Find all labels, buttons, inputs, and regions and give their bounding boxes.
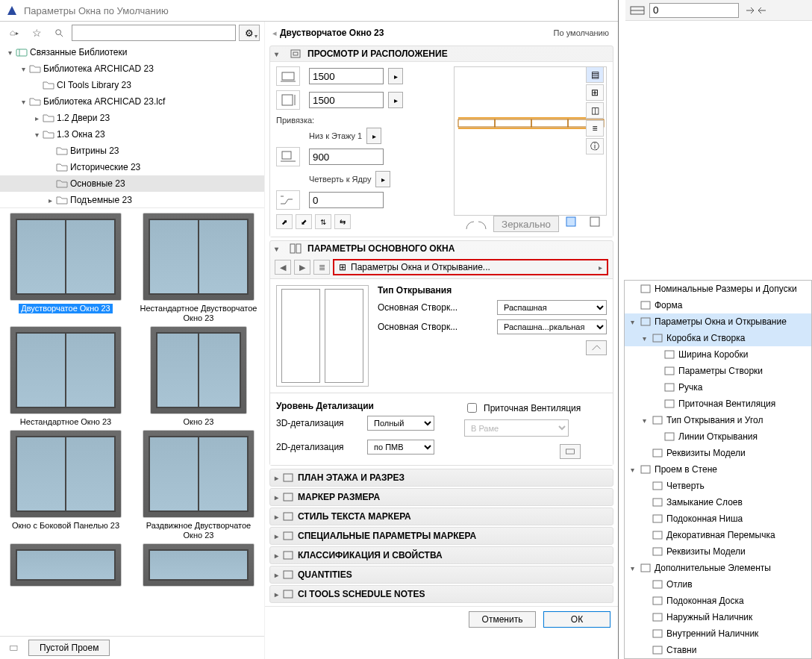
flyout-item[interactable]: ▾ Параметры Окна и Открывание <box>625 313 811 330</box>
thumbnail[interactable] <box>136 543 261 587</box>
flyout-item[interactable]: Линии Открывания <box>625 428 811 445</box>
flyout-item[interactable]: Декоративная Перемычка <box>625 527 811 543</box>
breadcrumb-current[interactable]: ⊞ Параметры Окна и Открывание... ▸ <box>333 259 608 275</box>
flyout-item[interactable]: Четверть <box>625 478 811 494</box>
background-dimension-input[interactable] <box>649 3 739 18</box>
anchor-mode-4[interactable]: ⇆ <box>334 214 351 229</box>
accordion-section[interactable]: ▸ СТИЛЬ ТЕКСТА МАРКЕРА <box>269 507 613 525</box>
reveal-picker[interactable]: ▸ <box>375 171 390 187</box>
reveal-input[interactable] <box>309 192 384 208</box>
flyout-item[interactable]: Приточная Вентиляция <box>625 396 811 412</box>
prop1-select[interactable]: Распашная <box>497 300 607 315</box>
anchor-mode-2[interactable]: ⬋ <box>296 214 312 229</box>
ok-button[interactable]: ОК <box>543 611 610 628</box>
thumbnail[interactable] <box>3 543 128 587</box>
section-header[interactable]: ▾ ПРОСМОТР И РАСПОЛОЖЕНИЕ <box>270 46 613 61</box>
preview-info[interactable]: ⓘ <box>586 138 604 154</box>
flyout-item[interactable]: ▾ Коробка и Створка <box>625 330 811 346</box>
accordion-section[interactable]: ▸ МАРКЕР РАЗМЕРА <box>269 488 613 506</box>
detail-2d-select[interactable]: по ПМВ <box>367 440 434 455</box>
flyout-item[interactable]: Реквизиты Модели <box>625 445 811 461</box>
detail-options-button[interactable] <box>560 444 581 459</box>
view-front-icon[interactable] <box>565 216 583 232</box>
search-input[interactable] <box>72 25 236 41</box>
flyout-item[interactable]: Реквизиты Модели <box>625 543 811 560</box>
flyout-item[interactable]: Ширина Коробки <box>625 346 811 363</box>
collapse-left-icon[interactable]: ◂ <box>269 26 280 40</box>
thumbnail[interactable]: Раздвижное Двустворчатое Окно 23 <box>136 430 261 540</box>
tree-item[interactable]: ▸ Подъемные 23 <box>0 192 264 208</box>
tree-item[interactable]: Исторические 23 <box>0 159 264 175</box>
sill-input[interactable] <box>309 149 384 165</box>
anchor-mode-1[interactable]: ⬈ <box>276 214 293 229</box>
tree-root[interactable]: ▾ Связанные Библиотеки <box>0 44 264 60</box>
mirror-button[interactable]: Зеркально <box>493 216 559 232</box>
breadcrumb-list[interactable]: ≣ <box>313 260 330 275</box>
folder-settings-button[interactable] <box>4 640 24 656</box>
flyout-item[interactable]: Внутренний Наличник <box>625 625 811 642</box>
preview-mode-3d[interactable]: ◫ <box>586 102 604 119</box>
flyout-item[interactable]: Ручка <box>625 379 811 396</box>
accordion-section[interactable]: ▸ ПЛАН ЭТАЖА И РАЗРЕЗ <box>269 469 613 487</box>
thumbnail[interactable]: Нестандартное Двустворчатое Окно 23 <box>136 213 261 323</box>
flyout-item[interactable]: Подоконная Доска <box>625 593 811 609</box>
flyout-item[interactable]: ▾ Тип Открывания и Угол <box>625 412 811 428</box>
library-tree[interactable]: ▾ Связанные Библиотеки ▾ Библиотека ARCH… <box>0 44 264 208</box>
cancel-button[interactable]: Отменить <box>469 611 536 628</box>
vent-checkbox[interactable] <box>467 403 477 413</box>
breadcrumb-forward[interactable]: ▶ <box>294 260 310 275</box>
param-icon <box>652 644 663 656</box>
flip-tool-icon[interactable] <box>743 4 769 16</box>
width-linked-button[interactable]: ▸ <box>388 68 403 84</box>
flyout-item[interactable]: Форма <box>625 297 811 313</box>
accordion-section[interactable]: ▸ QUANTITIES <box>269 566 613 584</box>
flyout-item[interactable]: Номинальные Размеры и Допуски <box>625 281 811 297</box>
breadcrumb-back[interactable]: ◀ <box>275 260 291 275</box>
flyout-item[interactable]: ▾ Дополнительные Элементы <box>625 560 811 576</box>
flyout-item[interactable]: Наружный Наличник <box>625 609 811 625</box>
view-back-icon[interactable] <box>589 216 607 232</box>
tree-item[interactable]: ▾ 1.3 Окна 23 <box>0 126 264 143</box>
empty-opening-button[interactable]: Пустой Проем <box>28 640 110 656</box>
flyout-item[interactable]: Отлив <box>625 576 811 593</box>
sill-story-picker[interactable]: ▸ <box>366 128 381 144</box>
favorite-button[interactable]: ☆ <box>27 25 46 41</box>
tree-item[interactable]: ▸ 1.2 Двери 23 <box>0 110 264 126</box>
flyout-item[interactable]: Подоконная Ниша <box>625 510 811 527</box>
width-input[interactable] <box>309 68 384 84</box>
tree-item[interactable]: Витрины 23 <box>0 143 264 159</box>
tree-item[interactable]: ▾ Библиотека ARCHICAD 23.lcf <box>0 93 264 110</box>
flyout-item[interactable]: Параметры Створки <box>625 363 811 379</box>
tree-item[interactable]: CI Tools Library 23 <box>0 77 264 93</box>
folder-icon <box>55 193 69 207</box>
param-flyout-tree[interactable]: Номинальные Размеры и Допуски Форма▾ Пар… <box>624 280 812 659</box>
search-button[interactable] <box>49 25 69 41</box>
tree-item[interactable]: Основные 23 <box>0 175 264 192</box>
opening-flip-icon[interactable] <box>465 217 487 231</box>
prop2-select[interactable]: Распашна...ркальная <box>497 319 607 334</box>
more-options-button[interactable] <box>586 340 607 355</box>
accordion-section[interactable]: ▸ СПЕЦИАЛЬНЫЕ ПАРАМЕТРЫ МАРКЕРА <box>269 527 613 545</box>
flyout-item[interactable]: Замыкание Слоев <box>625 494 811 510</box>
folder-icon <box>42 111 55 125</box>
tree-item[interactable]: ▾ Библиотека ARCHICAD 23 <box>0 60 264 77</box>
detail-3d-select[interactable]: Полный <box>367 416 434 431</box>
thumbnail[interactable]: Окно с Боковой Панелью 23 <box>3 430 128 540</box>
preview-mode-section[interactable]: ≡ <box>586 120 604 137</box>
home-button[interactable]: ▸ <box>4 25 24 41</box>
settings-button[interactable]: ⚙ <box>239 25 260 41</box>
anchor-mode-3[interactable]: ⇅ <box>315 214 331 229</box>
flyout-item[interactable]: ▾ Проем в Стене <box>625 461 811 478</box>
accordion-section[interactable]: ▸ КЛАССИФИКАЦИЯ И СВОЙСТВА <box>269 546 613 564</box>
height-linked-button[interactable]: ▸ <box>388 92 403 108</box>
param-icon <box>663 365 675 377</box>
accordion-section[interactable]: ▸ CI TOOLS SCHEDULE NOTES <box>269 585 613 603</box>
height-input[interactable] <box>309 92 384 108</box>
thumbnail[interactable]: Окно 23 <box>136 326 261 427</box>
preview-mode-plan[interactable]: ▤ <box>586 66 604 83</box>
flyout-item[interactable]: Ставни <box>625 642 811 658</box>
section-main-header[interactable]: ▾ ПАРАМЕТРЫ ОСНОВНОГО ОКНА <box>270 241 613 256</box>
thumbnail[interactable]: Двустворчатое Окно 23 <box>3 213 128 323</box>
preview-mode-elev[interactable]: ⊞ <box>586 84 604 101</box>
thumbnail[interactable]: Нестандартное Окно 23 <box>3 326 128 427</box>
